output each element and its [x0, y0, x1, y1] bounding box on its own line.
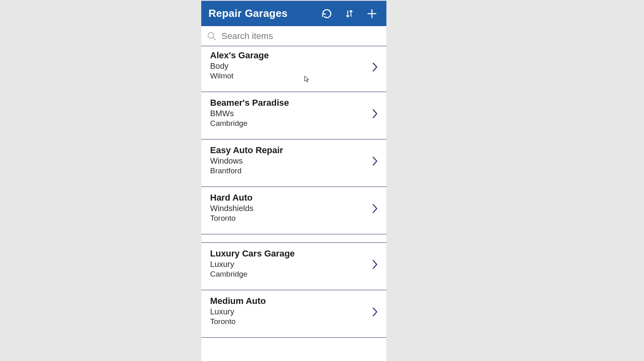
garage-list[interactable]: Alex's GarageBodyWilmotBeamer's Paradise…	[201, 46, 386, 361]
chevron-right-icon	[372, 155, 378, 168]
garage-name: Medium Auto	[210, 296, 378, 306]
list-item[interactable]: Easy Auto RepairWindowsBrantford	[201, 139, 386, 187]
garage-city: Toronto	[210, 214, 378, 223]
list-item[interactable]: Beamer's ParadiseBMWsCambridge	[201, 92, 386, 139]
search-input[interactable]	[221, 31, 382, 41]
garage-specialty: Body	[210, 62, 378, 71]
list-item[interactable]: Alex's GarageBodyWilmot	[201, 46, 386, 92]
chevron-right-icon	[372, 258, 378, 271]
garage-city: Brantford	[210, 166, 378, 175]
search-icon	[206, 31, 217, 42]
list-item[interactable]: Hard AutoWindshieldsToronto	[201, 187, 386, 234]
app-frame: Repair Garages	[201, 1, 386, 361]
garage-specialty: Windows	[210, 156, 378, 166]
garage-specialty: Windshields	[210, 204, 378, 213]
garage-name: Beamer's Paradise	[210, 98, 378, 108]
refresh-icon[interactable]	[321, 8, 332, 19]
header-actions	[321, 8, 379, 19]
add-icon[interactable]	[366, 8, 378, 19]
garage-specialty: Luxury	[210, 307, 378, 316]
chevron-right-icon	[372, 61, 378, 74]
chevron-right-icon	[372, 306, 378, 319]
garage-city: Wilmot	[210, 72, 378, 80]
list-item[interactable]: Luxury Cars GarageLuxuryCambridge	[201, 242, 386, 290]
garage-name: Luxury Cars Garage	[210, 248, 378, 259]
list-item[interactable]: Medium AutoLuxuryToronto	[201, 290, 386, 338]
app-header: Repair Garages	[201, 1, 386, 26]
garage-specialty: Luxury	[210, 260, 378, 269]
garage-city: Cambridge	[210, 119, 378, 128]
garage-city: Toronto	[210, 317, 378, 326]
garage-specialty: BMWs	[210, 109, 378, 118]
garage-name: Alex's Garage	[210, 50, 378, 61]
garage-city: Cambridge	[210, 270, 378, 279]
search-bar[interactable]	[201, 26, 386, 46]
chevron-right-icon	[372, 108, 378, 121]
chevron-right-icon	[372, 203, 378, 215]
garage-name: Hard Auto	[210, 193, 378, 203]
garage-name: Easy Auto Repair	[210, 145, 378, 156]
page-title: Repair Garages	[208, 7, 321, 20]
sort-icon[interactable]	[344, 8, 355, 19]
